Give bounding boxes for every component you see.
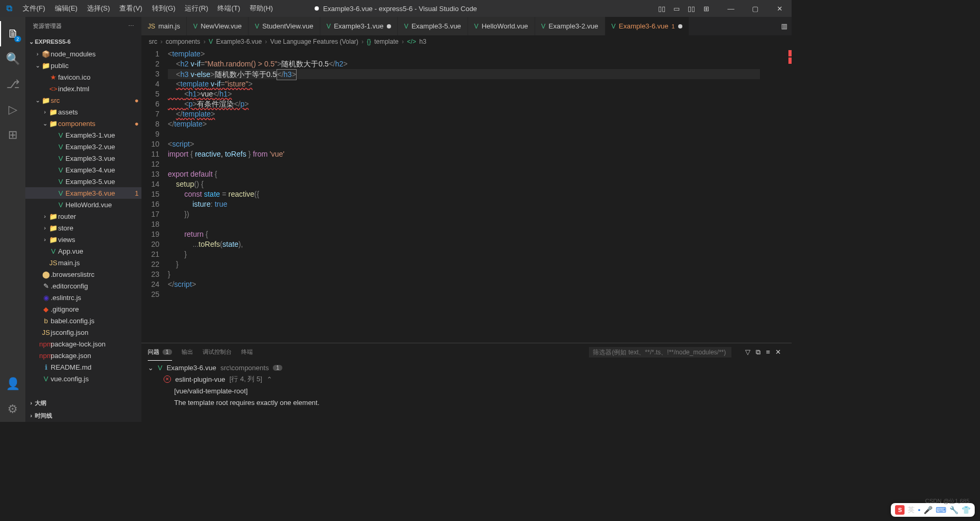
breadcrumb-item[interactable]: src	[149, 38, 157, 45]
file-icon: V	[56, 201, 65, 209]
breadcrumb-item[interactable]: Example3-6.vue	[216, 38, 262, 45]
tree-row[interactable]: ★favicon.ico	[25, 71, 141, 83]
file-icon: JS	[49, 259, 58, 267]
bottom-panel: 问题 1 输出 调试控制台 终端 ▽ ⧉ ≡ ✕ ⌄ V Example3	[141, 343, 792, 422]
tree-row[interactable]: ›📦node_modules	[25, 48, 141, 60]
view-as-list-icon[interactable]: ≡	[766, 348, 770, 356]
file-icon: V	[49, 247, 58, 255]
tree-row[interactable]: ⌄📁components●	[25, 118, 141, 129]
activity-search[interactable]: 🔍	[0, 46, 25, 72]
activity-extensions[interactable]: ⊞	[0, 122, 25, 148]
problems-filter-input[interactable]	[589, 347, 731, 358]
problem-row[interactable]: ✕ eslint-plugin-vue [行 4, 列 5] ⌃	[148, 373, 785, 385]
filter-icon[interactable]: ▽	[745, 348, 750, 356]
panel-close-icon[interactable]: ✕	[775, 348, 781, 356]
tree-row[interactable]: ›📁assets	[25, 106, 141, 118]
tree-row[interactable]: JSjsconfig.json	[25, 326, 141, 338]
editor-tab[interactable]: VNewView.vue	[187, 17, 249, 35]
panel-tab-output[interactable]: 输出	[182, 343, 193, 361]
tree-row[interactable]: ›📁router	[25, 210, 141, 222]
chevron-icon: ⌄	[34, 62, 41, 69]
tree-label: vue.config.js	[51, 375, 132, 383]
code-editor[interactable]: <template> <h2 v-if="Math.random() > 0.5…	[168, 48, 760, 343]
menu-item[interactable]: 帮助(H)	[245, 0, 278, 17]
tree-row[interactable]: ℹREADME.md	[25, 361, 141, 373]
menu-item[interactable]: 终端(T)	[213, 0, 245, 17]
menu-item[interactable]: 查看(V)	[115, 0, 147, 17]
tree-row[interactable]: ✎.editorconfig	[25, 280, 141, 292]
menu-item[interactable]: 文件(F)	[18, 0, 50, 17]
tree-row[interactable]: VHelloWorld.vue	[25, 199, 141, 210]
window-minimize-button[interactable]: —	[719, 0, 743, 17]
tree-row[interactable]: ⬤.browserslistrc	[25, 268, 141, 280]
menu-item[interactable]: 编辑(E)	[50, 0, 82, 17]
minimap[interactable]	[760, 48, 792, 343]
layout-panel-icon[interactable]: ▭	[669, 2, 684, 15]
problem-file-row[interactable]: ⌄ V Example3-6.vue src\components 1	[148, 362, 785, 373]
editor-tab[interactable]: VExample3-1.vue	[320, 17, 398, 35]
tree-row[interactable]: VExample3-3.vue	[25, 152, 141, 164]
menu-item[interactable]: 转到(G)	[147, 0, 180, 17]
tree-row[interactable]: bbabel.config.js	[25, 315, 141, 326]
tree-row[interactable]: npmpackage-lock.json	[25, 338, 141, 350]
editor-tab[interactable]: VExample3-6.vue1	[605, 17, 689, 35]
breadcrumb-separator: ›	[265, 38, 267, 45]
sidebar-more-icon[interactable]: ⋯	[128, 23, 134, 30]
tree-row[interactable]: ⌄📁public	[25, 60, 141, 71]
activity-run-debug[interactable]: ▷	[0, 97, 25, 122]
chevron-right-icon: ›	[27, 412, 35, 419]
tree-row[interactable]: Vvue.config.js	[25, 373, 141, 384]
window-close-button[interactable]: ✕	[767, 0, 792, 17]
activity-settings[interactable]: ⚙	[0, 397, 25, 422]
editor-tab[interactable]: VHelloWorld.vue	[468, 17, 535, 35]
tree-row[interactable]: ◉.eslintrc.js	[25, 292, 141, 303]
breadcrumb-icon: V	[208, 38, 213, 45]
tab-label: StudentView.vue	[262, 22, 313, 30]
vue-file-icon: V	[158, 364, 163, 372]
panel-tab-problems[interactable]: 问题 1	[148, 343, 172, 361]
window-maximize-button[interactable]: ▢	[743, 0, 767, 17]
editor-tab[interactable]: JSmain.js	[141, 17, 187, 35]
tab-label: Example3-5.vue	[412, 22, 461, 30]
tree-row[interactable]: <>index.html	[25, 83, 141, 94]
tree-row[interactable]: ›📁views	[25, 234, 141, 245]
split-editor-icon[interactable]: ▥	[781, 22, 787, 30]
activity-explorer[interactable]: 🗎2	[0, 21, 25, 46]
panel-tab-debug-console[interactable]: 调试控制台	[203, 343, 232, 361]
sidebar-section-project[interactable]: ⌄ EXPRESS5-6	[25, 35, 141, 48]
tab-label: Example3-6.vue	[619, 22, 669, 30]
breadcrumb-item[interactable]: h3	[420, 38, 426, 45]
editor-tab[interactable]: VStudentView.vue	[249, 17, 320, 35]
menu-item[interactable]: 运行(R)	[180, 0, 213, 17]
layout-secondary-icon[interactable]: ▯▯	[684, 2, 699, 15]
tree-row[interactable]: ›📁store	[25, 222, 141, 234]
sidebar-section-outline[interactable]: › 大纲	[25, 397, 141, 409]
tree-row[interactable]: JSmain.js	[25, 257, 141, 268]
tree-row[interactable]: VExample3-5.vue	[25, 176, 141, 187]
activity-accounts[interactable]: 👤	[0, 371, 25, 397]
tree-row[interactable]: npmpackage.json	[25, 350, 141, 361]
line-numbers: 1234567891011121314151617181920212223242…	[141, 48, 168, 343]
menu-item[interactable]: 选择(S)	[82, 0, 115, 17]
tab-file-icon: V	[541, 23, 546, 30]
breadcrumb-item[interactable]: Vue Language Features (Volar)	[270, 38, 358, 45]
editor-tab[interactable]: VExample3-5.vue	[398, 17, 468, 35]
breadcrumb[interactable]: src›components›VExample3-6.vue›Vue Langu…	[141, 35, 792, 48]
tree-row[interactable]: ⌄📁src●	[25, 94, 141, 106]
tree-row[interactable]: VExample3-2.vue	[25, 141, 141, 152]
tree-row[interactable]: VExample3-1.vue	[25, 129, 141, 141]
breadcrumb-separator: ›	[361, 38, 364, 45]
panel-tab-terminal[interactable]: 终端	[241, 343, 253, 361]
layout-primary-icon[interactable]: ▯▯	[654, 2, 669, 15]
layout-customize-icon[interactable]: ⊞	[699, 2, 713, 15]
breadcrumb-item[interactable]: components	[166, 38, 200, 45]
breadcrumb-item[interactable]: template	[374, 38, 398, 45]
collapse-all-icon[interactable]: ⧉	[756, 348, 760, 356]
tree-row[interactable]: VExample3-4.vue	[25, 164, 141, 176]
tree-row[interactable]: ◆.gitignore	[25, 303, 141, 315]
sidebar-section-timeline[interactable]: › 时间线	[25, 409, 141, 422]
activity-source-control[interactable]: ⎇	[0, 72, 25, 97]
editor-tab[interactable]: VExample3-2.vue	[535, 17, 605, 35]
tree-row[interactable]: VExample3-6.vue1	[25, 187, 141, 199]
tree-row[interactable]: VApp.vue	[25, 245, 141, 257]
